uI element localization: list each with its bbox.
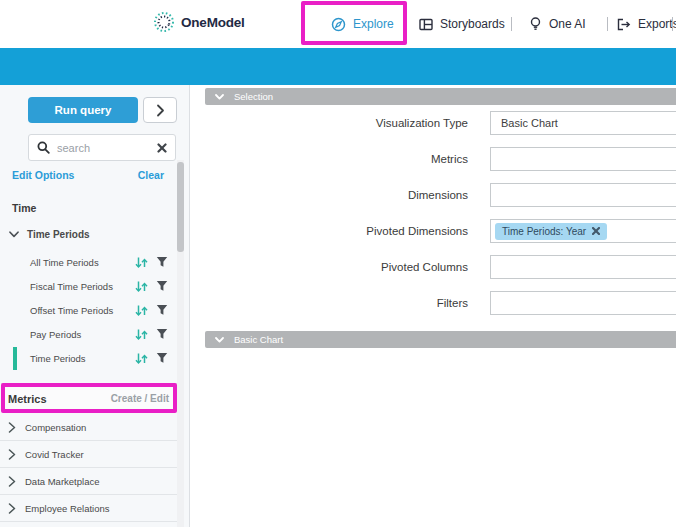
- basic-chart-section-title: Basic Chart: [234, 334, 283, 345]
- teal-banner: [0, 48, 676, 85]
- chevron-down-icon: [9, 231, 19, 238]
- funnel-icon[interactable]: [156, 352, 168, 364]
- nav-one-ai[interactable]: One AI: [529, 0, 586, 48]
- clear-link[interactable]: Clear: [138, 169, 164, 181]
- search-input[interactable]: [57, 142, 150, 154]
- sort-arrows-icon[interactable]: [135, 256, 148, 269]
- visualization-type-label: Visualization Type: [205, 111, 468, 135]
- nav-exports[interactable]: Exports: [617, 0, 676, 48]
- pivoted-dimension-chip[interactable]: Time Periods: Year: [495, 223, 607, 240]
- sidebar: Run query Edit: [0, 85, 190, 527]
- pivoted-columns-input[interactable]: [490, 255, 676, 279]
- tree-item-pay-periods[interactable]: Pay Periods: [0, 322, 176, 346]
- run-query-button[interactable]: Run query: [28, 97, 138, 123]
- nav-exports-label: Exports: [638, 17, 676, 31]
- time-section-header: Time: [12, 202, 36, 214]
- selection-section-title: Selection: [234, 91, 273, 102]
- category-data-marketplace[interactable]: Data Marketplace: [0, 468, 177, 495]
- onemodel-swirl-icon: [152, 10, 176, 34]
- time-periods-group[interactable]: Time Periods: [0, 225, 176, 243]
- pivoted-dimensions-input[interactable]: Time Periods: Year: [490, 219, 676, 243]
- pivoted-columns-label: Pivoted Columns: [205, 255, 468, 279]
- tree-item-all-time-periods[interactable]: All Time Periods: [0, 250, 176, 274]
- main-panel: Selection Visualization Type Basic Chart…: [191, 85, 676, 527]
- pivoted-dimensions-label: Pivoted Dimensions: [205, 219, 468, 243]
- nav-storyboards[interactable]: Storyboards: [419, 0, 505, 48]
- clear-search-icon[interactable]: [157, 143, 167, 153]
- dimensions-input[interactable]: [490, 183, 676, 207]
- chevron-right-icon: [8, 503, 16, 514]
- edit-options-link[interactable]: Edit Options: [12, 169, 74, 181]
- visualization-type-input[interactable]: Basic Chart: [490, 111, 676, 135]
- filters-label: Filters: [205, 291, 468, 315]
- category-covid-tracker[interactable]: Covid Tracker: [0, 441, 177, 468]
- compass-icon: [331, 17, 346, 32]
- magnifier-icon: [37, 141, 50, 154]
- category-compensation[interactable]: Compensation: [0, 414, 177, 441]
- create-edit-link[interactable]: Create / Edit: [111, 393, 169, 404]
- nav-explore[interactable]: Explore: [331, 0, 394, 48]
- sort-arrows-icon[interactable]: [135, 352, 148, 365]
- chevron-right-icon: [8, 476, 16, 487]
- search-box: [28, 134, 176, 161]
- chevron-down-icon: [215, 337, 224, 343]
- metrics-label: Metrics: [205, 147, 468, 171]
- nav-separator: [672, 17, 673, 31]
- tree-item-offset-time-periods[interactable]: Offset Time Periods: [0, 298, 176, 322]
- category-employee-relations[interactable]: Employee Relations: [0, 495, 177, 522]
- chevron-right-icon: [156, 104, 165, 117]
- chevron-down-icon: [215, 94, 224, 100]
- basic-chart-section-bar[interactable]: Basic Chart: [205, 331, 676, 348]
- sort-arrows-icon[interactable]: [135, 304, 148, 317]
- chevron-right-icon: [8, 449, 16, 460]
- time-periods-group-label: Time Periods: [27, 229, 90, 240]
- filters-input[interactable]: [490, 291, 676, 315]
- nav-explore-label: Explore: [353, 17, 394, 31]
- tree-item-fiscal-time-periods[interactable]: Fiscal Time Periods: [0, 274, 176, 298]
- funnel-icon[interactable]: [156, 256, 168, 268]
- top-navigation-bar: OneModel Explore Storyboards: [0, 0, 676, 48]
- chevron-right-icon: [8, 422, 16, 433]
- funnel-icon[interactable]: [156, 280, 168, 292]
- funnel-icon[interactable]: [156, 328, 168, 340]
- sort-arrows-icon[interactable]: [135, 280, 148, 293]
- storyboard-grid-icon: [419, 18, 433, 31]
- export-icon: [617, 18, 631, 31]
- tree-item-time-periods[interactable]: Time Periods: [0, 346, 176, 370]
- collapse-panel-button[interactable]: [143, 97, 177, 123]
- app-window: OneModel Explore Storyboards: [0, 0, 676, 527]
- sort-arrows-icon[interactable]: [135, 328, 148, 341]
- nav-separator: [607, 17, 608, 31]
- metrics-section-title: Metrics: [8, 393, 47, 405]
- nav-separator: [511, 17, 512, 31]
- sidebar-scrollbar-thumb[interactable]: [177, 162, 184, 252]
- metrics-section-header: Metrics Create / Edit: [1, 383, 177, 413]
- funnel-icon[interactable]: [156, 304, 168, 316]
- metrics-input[interactable]: [490, 147, 676, 171]
- chip-remove-x-icon[interactable]: [592, 227, 600, 235]
- lightbulb-icon: [529, 17, 542, 31]
- nav-one-ai-label: One AI: [549, 17, 586, 31]
- dimensions-label: Dimensions: [205, 183, 468, 207]
- nav-storyboards-label: Storyboards: [440, 17, 505, 31]
- logo-text: OneModel: [181, 15, 245, 30]
- selection-section-bar[interactable]: Selection: [205, 88, 676, 105]
- onemodel-logo[interactable]: OneModel: [152, 10, 245, 34]
